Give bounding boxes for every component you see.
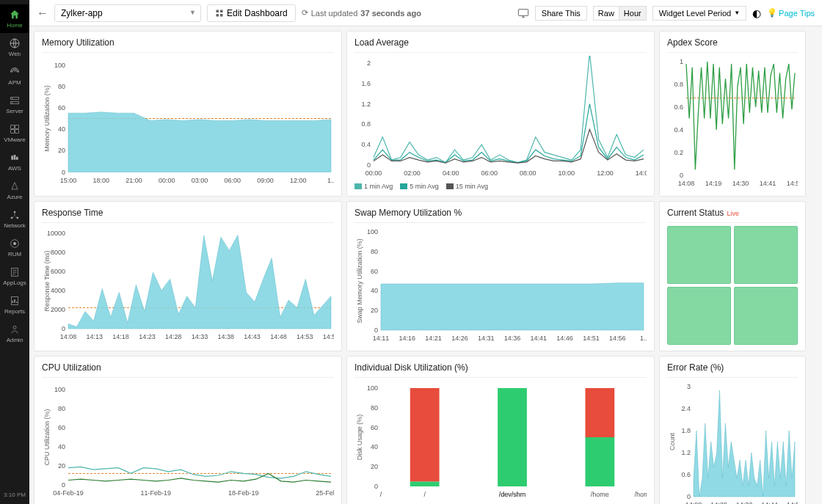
share-button[interactable]: Share This — [535, 6, 587, 21]
tv-icon[interactable] — [517, 8, 529, 18]
svg-text:2: 2 — [367, 59, 371, 67]
dashboard-grid: Memory Utilization 020406080100Memory Ut… — [29, 26, 822, 504]
svg-text:14:56: 14:56 — [787, 501, 798, 504]
widget-response: Response Time 0200040006000800010000Resp… — [34, 201, 342, 351]
sidebar-item-network[interactable]: Network — [0, 205, 29, 233]
edit-dashboard-button[interactable]: Edit Dashboard — [207, 4, 296, 22]
status-box[interactable] — [667, 287, 731, 345]
widget-period-selector[interactable]: Widget Level Period▼ — [652, 6, 746, 21]
svg-text:Response Time (ms): Response Time (ms) — [43, 250, 51, 311]
svg-rect-18 — [220, 10, 223, 12]
svg-text:Swap Memory Utilization (%): Swap Memory Utilization (%) — [356, 238, 363, 324]
status-box[interactable] — [734, 287, 798, 345]
status-box[interactable] — [734, 226, 798, 284]
svg-text:14:32: 14:32 — [736, 501, 753, 504]
svg-text:14:18: 14:18 — [112, 333, 129, 340]
svg-text:14:28: 14:28 — [165, 333, 182, 340]
svg-text:14:41: 14:41 — [531, 335, 548, 342]
widget-status: Current StatusLive — [659, 201, 806, 351]
svg-text:14:52: 14:52 — [787, 180, 798, 187]
topbar: ← Zylker-app Edit Dashboard ⟳ Last updat… — [29, 0, 822, 26]
svg-text:0: 0 — [62, 169, 65, 176]
sidebar-item-rum[interactable]: RUM — [0, 233, 29, 262]
hour-button[interactable]: Hour — [619, 6, 647, 21]
svg-text:40: 40 — [58, 443, 65, 450]
svg-text:14:36: 14:36 — [504, 335, 521, 342]
svg-text:100: 100 — [54, 386, 65, 393]
load-chart: 00.40.81.21.6200:0002:0004:0006:0008:001… — [354, 56, 647, 181]
svg-text:60: 60 — [58, 424, 65, 431]
widget-title: Apdex Score — [667, 37, 798, 53]
svg-text:0: 0 — [374, 326, 378, 334]
memory-chart: 020406080100Memory Utilization (%)15:001… — [42, 56, 334, 190]
page-tips-link[interactable]: 💡Page Tips — [767, 8, 815, 18]
svg-text:14:43: 14:43 — [244, 333, 261, 340]
widget-error: Error Rate (%) 00.61.21.82.43Count14:081… — [659, 356, 806, 504]
back-arrow-icon[interactable]: ← — [37, 7, 48, 20]
svg-text:20: 20 — [58, 462, 65, 470]
swap-chart: 020406080100Swap Memory Utilization (%)1… — [354, 226, 647, 345]
sidebar-item-azure[interactable]: Azure — [0, 176, 29, 205]
widget-swap: Swap Memory Utilization % 020406080100Sw… — [346, 201, 655, 351]
svg-text:10000: 10000 — [47, 230, 65, 237]
sidebar-item-vmware[interactable]: VMware — [0, 119, 29, 147]
svg-text:14:53: 14:53 — [297, 333, 313, 340]
svg-text:40: 40 — [371, 287, 378, 294]
svg-rect-17 — [217, 10, 219, 12]
svg-text:14:56: 14:56 — [609, 335, 626, 342]
sidebar-item-apm[interactable]: APM — [0, 62, 29, 90]
svg-text:21:00: 21:00 — [126, 177, 142, 184]
last-updated[interactable]: ⟳ Last updated 37 seconds ago — [302, 8, 421, 18]
dark-mode-toggle[interactable]: ◐ — [752, 7, 761, 19]
svg-rect-7 — [11, 130, 15, 134]
widget-cpu: CPU Utilization 020406080100CPU Utilizat… — [34, 356, 342, 504]
widget-disk: Individual Disk Utilization (%) 02040608… — [346, 356, 655, 504]
svg-rect-130 — [585, 437, 614, 486]
svg-text:40: 40 — [371, 443, 378, 450]
widget-apdex: Apdex Score 00.20.40.60.8114:0814:1914:3… — [659, 31, 806, 197]
svg-text:1: 1 — [680, 58, 683, 65]
svg-text:03:00: 03:00 — [192, 177, 208, 184]
sidebar-item-web[interactable]: Web — [0, 33, 29, 62]
widget-title: Swap Memory Utilization % — [354, 208, 647, 223]
refresh-icon: ⟳ — [302, 8, 308, 18]
svg-text:18:00: 18:00 — [92, 177, 109, 184]
load-legend: 1 min Avg 5 min Avg 15 min Avg — [354, 183, 647, 190]
svg-text:12:00: 12:00 — [290, 177, 307, 184]
lightbulb-icon: 💡 — [767, 8, 777, 18]
widget-title: Error Rate (%) — [667, 362, 798, 378]
svg-text:/dev/shm: /dev/shm — [499, 491, 526, 498]
sidebar-item-applogs[interactable]: AppLogs — [0, 262, 29, 291]
svg-point-4 — [12, 102, 12, 103]
svg-text:14:08: 14:08 — [60, 333, 77, 340]
svg-text:/home: /home — [591, 491, 609, 498]
raw-button[interactable]: Raw — [593, 6, 619, 21]
app-selector[interactable]: Zylker-app — [54, 4, 201, 22]
sidebar-item-reports[interactable]: Reports — [0, 291, 29, 319]
svg-text:0.6: 0.6 — [681, 471, 691, 478]
sidebar-item-server[interactable]: Server — [0, 90, 29, 119]
svg-text:14:31: 14:31 — [478, 335, 495, 342]
svg-text:60: 60 — [58, 104, 65, 112]
svg-text:80: 80 — [58, 83, 65, 90]
sidebar-item-aws[interactable]: AWS — [0, 147, 29, 176]
svg-text:0.2: 0.2 — [674, 149, 683, 156]
svg-rect-21 — [518, 9, 528, 15]
status-box[interactable] — [667, 226, 731, 284]
dashboard-icon — [215, 9, 224, 18]
svg-text:1.8: 1.8 — [681, 427, 691, 434]
svg-text:Disk Usage (%): Disk Usage (%) — [356, 414, 363, 461]
svg-text:4000: 4000 — [51, 287, 65, 294]
svg-text:14:08: 14:08 — [685, 501, 702, 504]
sidebar-item-admin[interactable]: Admin — [0, 319, 29, 348]
svg-text:0: 0 — [62, 481, 65, 489]
svg-text:25-Feb-19: 25-Feb-19 — [316, 489, 334, 497]
sidebar-item-home[interactable]: Home — [0, 4, 29, 33]
svg-rect-8 — [15, 130, 19, 134]
svg-rect-125 — [410, 388, 440, 481]
svg-text:2.4: 2.4 — [681, 405, 691, 412]
widget-memory: Memory Utilization 020406080100Memory Ut… — [34, 31, 342, 197]
svg-text:08:00: 08:00 — [520, 169, 537, 177]
svg-rect-20 — [220, 14, 223, 17]
svg-text:0: 0 — [687, 493, 691, 500]
